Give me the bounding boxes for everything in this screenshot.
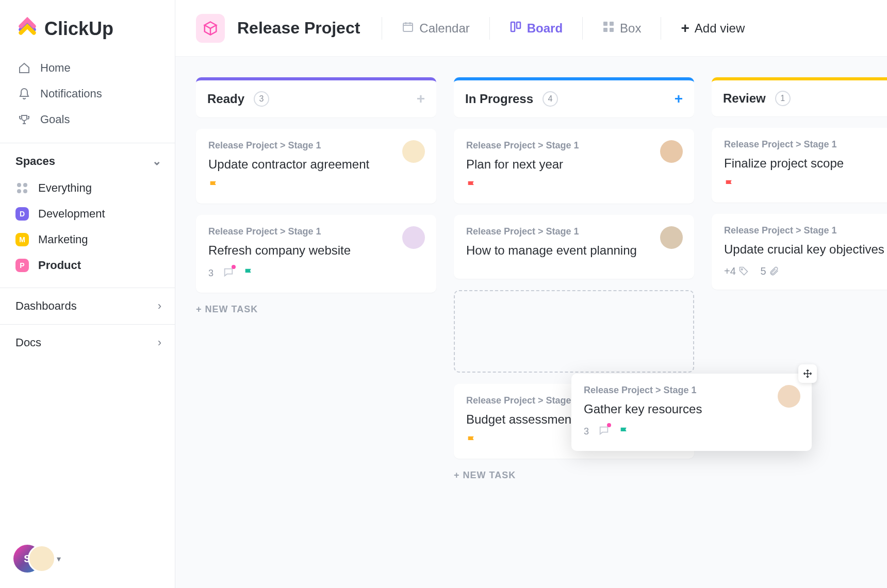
home-icon (18, 61, 31, 75)
view-board[interactable]: Board (502, 21, 570, 36)
svg-point-7 (742, 268, 743, 270)
divider (661, 17, 661, 40)
avatar (28, 545, 56, 573)
bell-icon (18, 87, 31, 100)
card-breadcrumb: Release Project > Stage 1 (466, 140, 682, 151)
caret-down-icon: ▾ (57, 554, 61, 564)
divider (382, 17, 382, 40)
column-title: Review (723, 91, 766, 106)
chevron-right-icon: › (158, 299, 161, 313)
calendar-icon (402, 21, 414, 36)
flag-icon (208, 180, 220, 191)
view-label: Board (527, 21, 563, 36)
nav-notifications[interactable]: Notifications (18, 81, 161, 107)
drop-placeholder[interactable] (454, 290, 694, 373)
view-label: Box (620, 21, 641, 36)
profile-switcher[interactable]: S ▾ (13, 545, 61, 573)
comment-count: 3 (208, 268, 213, 279)
dragging-card[interactable]: Release Project > Stage 1 Gather key res… (571, 374, 812, 451)
nav-dashboards[interactable]: Dashboards › (0, 288, 175, 324)
flag-icon (243, 267, 255, 279)
view-box[interactable]: Box (595, 21, 648, 36)
space-badge: D (15, 207, 29, 221)
column-title: In Progress (465, 92, 533, 106)
card-title: Finalize project scope (724, 155, 885, 172)
column-count: 4 (543, 91, 558, 107)
column-inprogress: In Progress 4 + Release Project > Stage … (454, 77, 694, 588)
space-list: Everything D Development M Marketing P P… (0, 175, 175, 288)
flag-icon (724, 179, 735, 190)
divider (489, 17, 490, 40)
space-product[interactable]: P Product (15, 253, 161, 278)
tag-count: +4 (724, 265, 736, 277)
assignee-avatar[interactable] (660, 140, 683, 163)
card-title: How to manage event planning (466, 242, 682, 259)
card-title: Update crucial key objectives (724, 241, 885, 258)
column-ready: Ready 3 + Release Project > Stage 1 Upda… (196, 77, 436, 588)
section-label: Docs (15, 336, 41, 349)
move-handle-icon[interactable] (798, 364, 817, 383)
task-card[interactable]: Release Project > Stage 1 Finalize proje… (712, 128, 887, 203)
space-everything[interactable]: Everything (15, 175, 161, 201)
brand-name: ClickUp (44, 18, 113, 40)
assignee-avatar[interactable] (402, 140, 425, 163)
space-development[interactable]: D Development (15, 201, 161, 227)
new-task-button[interactable]: + NEW TASK (196, 304, 436, 315)
space-badge: M (15, 233, 29, 246)
space-label: Development (38, 207, 105, 221)
svg-rect-6 (610, 28, 614, 32)
chevron-down-icon: ⌄ (152, 155, 161, 168)
plus-icon: + (681, 20, 689, 37)
card-title: Refresh company website (208, 242, 424, 259)
svg-rect-2 (517, 22, 520, 28)
add-card-button[interactable]: + (417, 91, 425, 107)
nav-goals[interactable]: Goals (18, 107, 161, 132)
comment-icon (598, 425, 610, 439)
column-header[interactable]: Ready 3 + (196, 77, 436, 117)
task-card[interactable]: Release Project > Stage 1 How to manage … (454, 215, 694, 278)
add-card-button[interactable]: + (675, 91, 683, 107)
task-card[interactable]: Release Project > Stage 1 Update crucial… (712, 214, 887, 289)
chevron-right-icon: › (158, 336, 161, 349)
comment-count: 3 (584, 426, 589, 437)
view-calendar[interactable]: Calendar (395, 21, 477, 36)
svg-rect-3 (603, 22, 607, 26)
card-title: Plan for next year (466, 156, 682, 173)
assignee-avatar[interactable] (778, 385, 800, 408)
everything-icon (15, 181, 29, 195)
svg-rect-1 (511, 22, 515, 31)
spaces-header[interactable]: Spaces ⌄ (0, 143, 175, 175)
nav-label: Home (40, 61, 71, 75)
trophy-icon (18, 113, 31, 126)
column-header[interactable]: Review 1 (712, 77, 887, 116)
task-card[interactable]: Release Project > Stage 1 Refresh compan… (196, 215, 436, 292)
logo[interactable]: ClickUp (0, 0, 175, 55)
card-meta: 3 (208, 266, 424, 280)
card-title: Gather key resources (584, 401, 799, 417)
space-label: Product (38, 259, 81, 272)
card-title: Update contractor agreement (208, 156, 424, 173)
flag-icon (466, 180, 478, 191)
nav-docs[interactable]: Docs › (0, 324, 175, 361)
card-breadcrumb: Release Project > Stage 1 (724, 139, 885, 150)
box-icon (602, 21, 615, 36)
project-icon[interactable] (196, 14, 225, 43)
spaces-title: Spaces (15, 155, 55, 168)
space-badge: P (15, 259, 29, 272)
space-marketing[interactable]: M Marketing (15, 227, 161, 253)
divider (582, 17, 583, 40)
nav-home[interactable]: Home (18, 55, 161, 81)
svg-rect-5 (603, 28, 607, 32)
column-header[interactable]: In Progress 4 + (454, 77, 694, 117)
space-label: Everything (38, 181, 92, 195)
column-title: Ready (207, 92, 244, 106)
logo-icon (18, 16, 37, 41)
board-icon (510, 21, 522, 36)
column-review: Review 1 Release Project > Stage 1 Final… (712, 77, 887, 588)
card-breadcrumb: Release Project > Stage 1 (724, 225, 885, 236)
task-card[interactable]: Release Project > Stage 1 Plan for next … (454, 129, 694, 204)
new-task-button[interactable]: + NEW TASK (454, 470, 694, 481)
task-card[interactable]: Release Project > Stage 1 Update contrac… (196, 129, 436, 204)
section-label: Dashboards (15, 299, 77, 313)
add-view[interactable]: + Add view (674, 20, 752, 37)
